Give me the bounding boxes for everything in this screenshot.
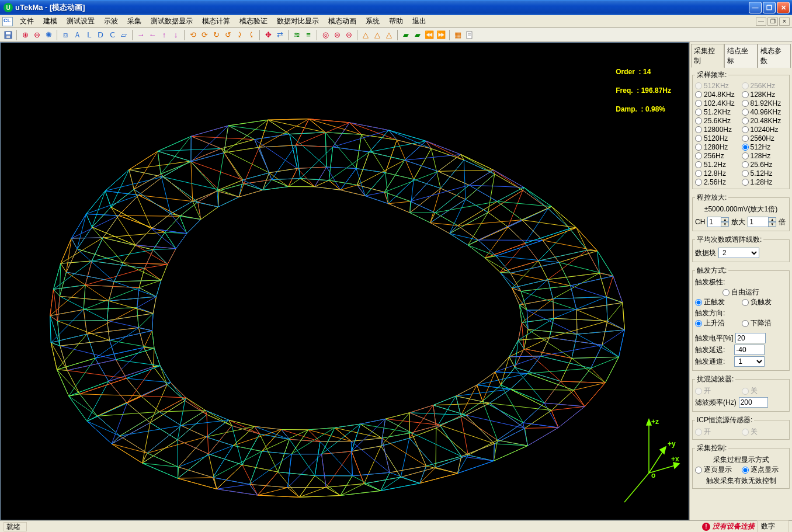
menu-modal-calc[interactable]: 模态计算 [197,15,235,27]
tri-2-icon[interactable]: △ [371,29,383,41]
spin-up-icon[interactable]: ▲ [721,217,729,222]
spin-up-icon[interactable]: ▲ [768,217,776,222]
radio-sample-rate[interactable]: 2560Hz [742,134,787,142]
tool-4-icon[interactable]: Ⅾ [95,29,106,41]
trigger-delay-input[interactable] [734,345,765,355]
radio-sample-rate[interactable]: 512Hz [742,143,787,151]
menu-modal-anim[interactable]: 模态动画 [324,15,361,27]
arrow-up-icon[interactable]: ↑ [158,29,170,41]
arrow-right-icon[interactable]: → [135,29,147,41]
rotate-4-icon[interactable]: ↺ [222,29,234,41]
rotate-3-icon[interactable]: ↻ [210,29,222,41]
zoom-out-icon[interactable]: ⊖ [31,29,43,41]
lines-2-icon[interactable]: ≡ [303,29,314,41]
radio-sample-rate[interactable]: 12.8Hz [695,169,741,178]
radio-pos-trigger[interactable] [695,299,702,306]
mdi-minimize-button[interactable]: — [756,18,766,26]
tab-acquire-control[interactable]: 采集控制 [691,44,724,68]
mdi-restore-button[interactable]: ❐ [767,18,778,26]
radio-falling[interactable] [742,320,749,327]
save-icon[interactable] [2,29,14,41]
menu-model[interactable]: 建模 [39,15,62,27]
move-2-icon[interactable]: ⇄ [274,29,286,41]
play-prev-icon[interactable]: ▰ [400,29,412,41]
radio-sample-rate[interactable]: 5120Hz [695,134,741,142]
rotate-5-icon[interactable]: ⤸ [234,29,245,41]
circle-1-icon[interactable]: ◎ [319,29,331,41]
radio-rising[interactable] [695,320,702,327]
menu-modal-verify[interactable]: 模态验证 [235,15,272,27]
radio-sample-rate[interactable]: 256Hz [695,152,741,160]
rotate-2-icon[interactable]: ⟳ [199,29,210,41]
radio-sample-rate[interactable]: 1280Hz [695,143,741,151]
tab-node-coords[interactable]: 结点坐标 [724,44,758,68]
radio-sample-rate[interactable]: 128Hz [742,152,787,160]
radio-sample-rate[interactable]: 40.96KHz [742,108,787,116]
play-next-icon[interactable]: ▰ [412,29,423,41]
menu-help[interactable]: 帮助 [384,15,408,27]
radio-free-run[interactable] [722,289,730,296]
radio-neg-trigger[interactable] [742,299,749,306]
radio-sample-rate[interactable]: 51.2Hz [695,161,741,169]
aa-freq-input[interactable] [739,397,768,408]
menu-test-data[interactable]: 测试数据显示 [146,15,197,27]
radio-sample-rate[interactable]: 25.6KHz [695,117,741,125]
radio-sample-rate[interactable]: 81.92KHz [742,99,787,107]
radio-sample-rate[interactable]: 204.8KHz [695,91,741,99]
radio-sample-rate[interactable]: 20.48KHz [742,117,787,125]
radio-sample-rate[interactable]: 10240Hz [742,126,787,134]
forward-icon[interactable]: ⏩ [435,29,447,41]
tool-3-icon[interactable]: Ⅼ [83,29,95,41]
tri-3-icon[interactable]: △ [383,29,395,41]
menu-oscilloscope[interactable]: 示波 [99,15,123,27]
rewind-icon[interactable]: ⏪ [423,29,435,41]
menu-file[interactable]: 文件 [15,15,39,27]
doc-new-icon[interactable] [464,29,475,41]
move-icon[interactable]: ✥ [262,29,274,41]
minimize-button[interactable]: — [749,2,762,13]
tool-1-icon[interactable]: ⧈ [60,29,71,41]
radio-sample-rate[interactable]: 51.2KHz [695,108,741,116]
radio-page-disp[interactable] [695,467,702,474]
circle-2-icon[interactable]: ⊜ [331,29,343,41]
spin-down-icon[interactable]: ▼ [721,222,729,227]
radio-point-disp[interactable] [742,467,749,474]
lines-1-icon[interactable]: ≋ [291,29,303,41]
radio-sample-rate[interactable]: 1.28Hz [742,178,787,186]
svg-line-269 [57,370,79,394]
radio-sample-rate[interactable]: 128KHz [742,91,787,99]
tri-1-icon[interactable]: △ [360,29,371,41]
trigger-level-input[interactable] [735,333,766,343]
spin-down-icon[interactable]: ▼ [768,222,776,227]
avg-select[interactable]: 2 [718,248,759,258]
menu-acquire[interactable]: 采集 [123,15,146,27]
rotate-1-icon[interactable]: ⟲ [187,29,199,41]
ch-input[interactable] [707,217,721,227]
menu-system[interactable]: 系统 [361,15,384,27]
radio-sample-rate[interactable]: 102.4KHz [695,99,741,107]
arrow-left-icon[interactable]: ← [147,29,158,41]
close-button[interactable]: ✕ [777,2,790,13]
radio-sample-rate[interactable]: 25.6Hz [742,161,787,169]
menu-compare[interactable]: 数据对比显示 [272,15,324,27]
arrow-down-icon[interactable]: ↓ [170,29,182,41]
viewport-3d[interactable]: Order : 14 Freq. : 196.87Hz Damp. : 0.98… [0,42,689,520]
mdi-close-button[interactable]: × [779,18,790,26]
zoom-fit-icon[interactable]: ✺ [43,29,54,41]
circle-3-icon[interactable]: ⊝ [343,29,355,41]
tab-modal-params[interactable]: 模态参数 [758,44,791,68]
radio-sample-rate[interactable]: 12800Hz [695,126,741,134]
gain-input[interactable] [748,217,769,227]
menu-exit[interactable]: 退出 [408,15,431,27]
tool-2-icon[interactable]: Ａ [71,29,83,41]
radio-sample-rate[interactable]: 5.12Hz [742,169,787,178]
maximize-button[interactable]: ❐ [763,2,776,13]
radio-sample-rate[interactable]: 2.56Hz [695,178,741,186]
menu-test-setup[interactable]: 测试设置 [62,15,99,27]
tool-5-icon[interactable]: Ⅽ [106,29,118,41]
rotate-6-icon[interactable]: ⤹ [245,29,257,41]
zoom-in-icon[interactable]: ⊕ [19,29,31,41]
grid-icon[interactable]: ▦ [452,29,464,41]
tool-6-icon[interactable]: ⏥ [118,29,130,41]
trigger-chan-select[interactable]: 1 [734,356,765,367]
